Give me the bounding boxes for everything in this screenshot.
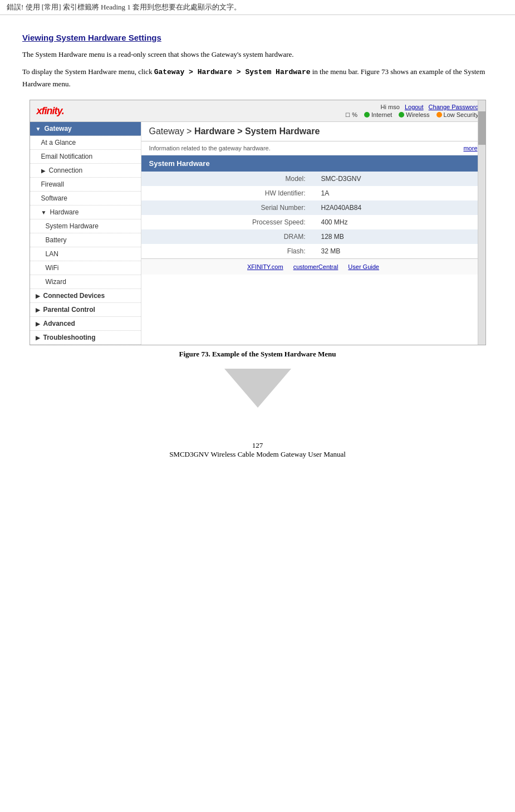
table-row: HW Identifier:1A	[141, 186, 485, 200]
footer-link-customer-central[interactable]: customerCentral	[293, 263, 339, 270]
hw-section-header: System Hardware	[141, 155, 485, 172]
hw-value: 128 MB	[313, 229, 485, 244]
status-item-percent: ☐ %	[345, 111, 357, 118]
sidebar-label-gateway: Gateway	[44, 125, 71, 133]
more-link[interactable]: more	[463, 145, 477, 151]
hw-label: DRAM:	[141, 229, 313, 244]
gateway-arrow: ▼	[36, 126, 41, 132]
sidebar-item-firewall[interactable]: Firewall	[30, 178, 141, 192]
wireless-dot	[399, 112, 404, 118]
hw-value: 32 MB	[313, 244, 485, 258]
footer-link-xfinity[interactable]: XFINITY.com	[247, 263, 283, 270]
sidebar-item-software[interactable]: Software	[30, 192, 141, 206]
hw-value: H2A040AB84	[313, 200, 485, 215]
browser-chrome: xfinity. Hi mso Logout Change Password ☐…	[30, 100, 485, 122]
sidebar-label-email-notification: Email Notification	[41, 153, 93, 160]
parental-control-arrow: ▶	[36, 307, 40, 313]
hardware-table: Model:SMC-D3GNVHW Identifier:1ASerial Nu…	[141, 172, 485, 258]
sidebar-label-advanced: Advanced	[43, 320, 75, 327]
sidebar-item-wizard[interactable]: Wizard	[30, 275, 141, 289]
connected-devices-arrow: ▶	[36, 293, 40, 299]
table-row: DRAM:128 MB	[141, 229, 485, 244]
sidebar-item-connection[interactable]: ▶ Connection	[30, 164, 141, 178]
hw-label: Serial Number:	[141, 200, 313, 215]
content-desc-text: Information related to the gateway hardw…	[149, 145, 271, 151]
hi-label: Hi mso	[381, 104, 400, 110]
sidebar-label-at-a-glance: At a Glance	[41, 139, 76, 146]
content-panel: Gateway > Hardware > System Hardware Inf…	[141, 122, 485, 345]
paragraph-2-before: To display the System Hardware menu, cli…	[22, 67, 154, 76]
logout-link[interactable]: Logout	[405, 104, 424, 110]
sidebar-label-troubleshooting: Troubleshooting	[43, 334, 96, 341]
sidebar-item-connected-devices[interactable]: ▶ Connected Devices	[30, 289, 141, 303]
sidebar-item-system-hardware[interactable]: System Hardware	[30, 219, 141, 233]
sidebar-item-gateway[interactable]: ▼ Gateway	[30, 122, 141, 136]
scrollbar-thumb[interactable]	[478, 111, 485, 145]
browser-top-right: Hi mso Logout Change Password ☐ % Intern…	[345, 104, 478, 118]
change-password-link[interactable]: Change Password	[429, 104, 479, 110]
sidebar-item-hardware[interactable]: ▼ Hardware	[30, 206, 141, 219]
hw-label: HW Identifier:	[141, 186, 313, 200]
sidebar-label-wifi: WiFi	[46, 264, 59, 272]
page-footer: 127 SMCD3GNV Wireless Cable Modem Gatewa…	[22, 441, 493, 470]
status-item-low-security: Low Security	[436, 111, 479, 118]
sidebar-label-parental-control: Parental Control	[43, 306, 95, 314]
status-item-internet: Internet	[364, 111, 392, 118]
hw-value: SMC-D3GNV	[313, 172, 485, 186]
hw-label: Processer Speed:	[141, 215, 313, 229]
connection-arrow: ▶	[41, 168, 46, 174]
figure-caption: Figure 73. Example of the System Hardwar…	[22, 350, 493, 359]
page-footer-text: SMCD3GNV Wireless Cable Modem Gateway Us…	[22, 450, 493, 459]
sidebar-label-connected-devices: Connected Devices	[43, 292, 105, 300]
sidebar: ▼ Gateway At a Glance Email Notification…	[30, 122, 141, 345]
sidebar-label-lan: LAN	[46, 250, 58, 258]
table-row: Flash:32 MB	[141, 244, 485, 258]
paragraph-2: To display the System Hardware menu, cli…	[22, 66, 493, 90]
status-bar: ☐ % Internet Wireless Low Security	[345, 111, 478, 118]
hw-label: Model:	[141, 172, 313, 186]
footer-links: XFINITY.com customerCentral User Guide	[141, 258, 485, 275]
sidebar-item-lan[interactable]: LAN	[30, 247, 141, 261]
hi-line: Hi mso Logout Change Password	[345, 104, 478, 110]
down-arrow-icon	[224, 369, 291, 408]
scrollbar[interactable]	[478, 100, 485, 345]
sidebar-item-at-a-glance[interactable]: At a Glance	[30, 136, 141, 150]
sidebar-label-firewall: Firewall	[41, 180, 64, 188]
sidebar-item-battery[interactable]: Battery	[30, 233, 141, 247]
paragraph-1: The System Hardware menu is a read-only …	[22, 49, 493, 61]
arrow-container	[22, 369, 493, 408]
sidebar-label-battery: Battery	[46, 236, 67, 244]
hardware-arrow: ▼	[41, 209, 47, 216]
sidebar-label-system-hardware: System Hardware	[46, 222, 99, 230]
hw-value: 400 MHz	[313, 215, 485, 229]
sidebar-item-troubleshooting[interactable]: ▶ Troubleshooting	[30, 331, 141, 345]
sidebar-label-connection: Connection	[49, 167, 83, 174]
sidebar-item-wifi[interactable]: WiFi	[30, 261, 141, 275]
sidebar-item-advanced[interactable]: ▶ Advanced	[30, 317, 141, 331]
content-header: Gateway > Hardware > System Hardware	[141, 122, 485, 141]
breadcrumb-text: Gateway > Hardware > System Hardware	[149, 126, 320, 136]
sidebar-label-wizard: Wizard	[46, 278, 66, 286]
screenshot-container: xfinity. Hi mso Logout Change Password ☐…	[30, 100, 486, 345]
internet-dot	[364, 112, 370, 118]
status-item-wireless: Wireless	[399, 111, 429, 118]
doc-body: Viewing System Hardware Settings The Sys…	[0, 15, 515, 483]
content-description-bar: Information related to the gateway hardw…	[141, 141, 485, 155]
advanced-arrow: ▶	[36, 321, 40, 327]
paragraph-2-link: Gateway > Hardware > System Hardware	[154, 68, 311, 76]
sidebar-item-parental-control[interactable]: ▶ Parental Control	[30, 303, 141, 317]
hw-label: Flash:	[141, 244, 313, 258]
main-content-area: ▼ Gateway At a Glance Email Notification…	[30, 122, 485, 345]
sidebar-item-email-notification[interactable]: Email Notification	[30, 150, 141, 164]
troubleshooting-arrow: ▶	[36, 335, 40, 341]
table-row: Processer Speed:400 MHz	[141, 215, 485, 229]
error-banner: 錯誤! 使用 [常用] 索引標籤將 Heading 1 套用到您想要在此處顯示的…	[0, 0, 515, 15]
sidebar-label-software: Software	[41, 194, 67, 202]
section-heading: Viewing System Hardware Settings	[22, 33, 493, 42]
xfinity-logo: xfinity.	[37, 105, 64, 117]
breadcrumb-title: Gateway > Hardware > System Hardware	[149, 126, 478, 136]
footer-link-user-guide[interactable]: User Guide	[348, 263, 379, 270]
table-row: Serial Number:H2A040AB84	[141, 200, 485, 215]
table-row: Model:SMC-D3GNV	[141, 172, 485, 186]
hw-value: 1A	[313, 186, 485, 200]
